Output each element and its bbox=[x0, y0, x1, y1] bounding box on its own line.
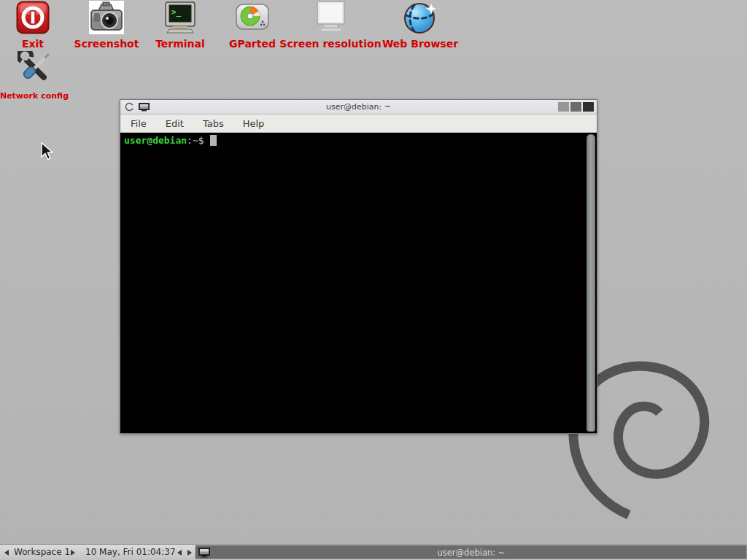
desktop-icon-web-browser[interactable]: Web Browser bbox=[380, 1, 460, 49]
menu-file[interactable]: File bbox=[128, 117, 149, 131]
desktop-icon-screenshot[interactable]: Screenshot bbox=[66, 1, 147, 49]
desktop-icon-screen-resolution[interactable]: Screen resolution bbox=[279, 1, 382, 49]
crt-terminal-icon: >_ bbox=[163, 1, 197, 35]
shell-prompt: user@debian:~$ bbox=[124, 135, 217, 147]
terminal-window-icon bbox=[139, 103, 150, 112]
monitor-icon bbox=[313, 1, 348, 35]
window-titlebar[interactable]: user@debian: ~ bbox=[120, 100, 597, 114]
camera-icon bbox=[89, 1, 124, 35]
taskbar-clock: 10 May, Fri 01:04:37 bbox=[85, 547, 176, 558]
desktop-icon-label: Exit bbox=[22, 39, 44, 49]
terminal-scrollbar[interactable] bbox=[587, 134, 595, 432]
debian-window-icon bbox=[125, 102, 134, 112]
tools-icon bbox=[18, 51, 51, 85]
menu-help[interactable]: Help bbox=[241, 117, 267, 131]
terminal-screen[interactable]: user@debian:~$ bbox=[120, 133, 597, 433]
globe-icon bbox=[403, 1, 438, 35]
desktop-icon-label: Terminal bbox=[155, 39, 205, 49]
workspace-next-arrow[interactable] bbox=[71, 550, 75, 556]
terminal-cursor bbox=[210, 135, 217, 146]
tasklist-prev-arrow[interactable] bbox=[177, 550, 182, 556]
task-monitor-icon bbox=[198, 548, 210, 558]
maximize-button[interactable] bbox=[570, 102, 581, 112]
taskbar: Workspace 1 10 May, Fri 01:04:37 user@de… bbox=[0, 544, 747, 560]
prompt-user-host: user@debian bbox=[124, 135, 187, 146]
workspace-label: Workspace 1 bbox=[14, 547, 70, 558]
tasklist-next-arrow[interactable] bbox=[187, 550, 192, 556]
menu-edit[interactable]: Edit bbox=[163, 117, 186, 131]
terminal-window: user@debian: ~ File Edit Tabs Help user@… bbox=[120, 99, 597, 434]
terminal-menubar: File Edit Tabs Help bbox=[120, 114, 597, 133]
desktop-icon-label: Screenshot bbox=[74, 39, 139, 49]
prompt-path-symbol: :~$ bbox=[187, 135, 204, 146]
window-title: user@debian: ~ bbox=[120, 102, 597, 112]
desktop-icon-terminal[interactable]: >_ Terminal bbox=[147, 1, 213, 49]
desktop-icon-label: Web Browser bbox=[382, 39, 458, 49]
desktop-icon-label: Network config bbox=[0, 91, 69, 101]
desktop-icon-exit[interactable]: Exit bbox=[4, 1, 62, 49]
mouse-cursor bbox=[40, 142, 54, 161]
close-button[interactable] bbox=[583, 102, 594, 112]
minimize-button[interactable] bbox=[558, 102, 569, 112]
disk-partition-icon bbox=[235, 1, 270, 35]
workspace-prev-arrow[interactable] bbox=[4, 550, 9, 556]
desktop-icon-label: Screen resolution bbox=[279, 39, 381, 49]
menu-tabs[interactable]: Tabs bbox=[201, 117, 226, 131]
desktop-icon-gparted[interactable]: GParted bbox=[216, 1, 289, 49]
task-button-terminal[interactable]: user@debian: ~ bbox=[196, 545, 747, 559]
task-button-label: user@debian: ~ bbox=[438, 548, 506, 558]
desktop-icon-label: GParted bbox=[229, 39, 276, 49]
desktop-icon-network-config[interactable]: Network config bbox=[0, 51, 69, 101]
svg-text:>_: >_ bbox=[171, 7, 182, 17]
exit-icon bbox=[16, 1, 50, 35]
